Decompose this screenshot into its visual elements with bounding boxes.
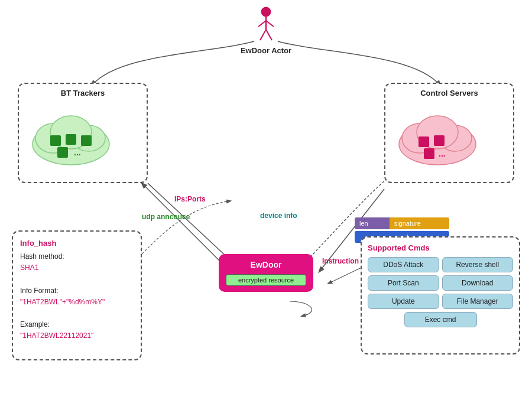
- svg-rect-10: [50, 135, 61, 146]
- cmd-reverse-shell: Reverse shell: [442, 257, 514, 272]
- udp-announce-label: udp anncouce: [142, 213, 190, 221]
- ewdoor-outer: EwDoor encrypted resource: [219, 254, 313, 292]
- svg-rect-13: [57, 147, 68, 158]
- bt-trackers-box: BT Trackers ...: [18, 83, 148, 183]
- ewdoor-box: EwDoor encrypted resource: [219, 254, 313, 292]
- svg-rect-11: [66, 134, 76, 145]
- info-format-value: "1HAT2BWL"+"%d%m%Y": [20, 298, 105, 306]
- cmd-exec-cmd: Exec cmd: [404, 312, 477, 327]
- cmd-file-manager: File Manager: [442, 294, 514, 309]
- cmds-grid: DDoS Attack Reverse shell Port Scan Down…: [368, 257, 513, 327]
- example-value: "1HAT2BWL22112021": [20, 331, 93, 340]
- control-servers-label: Control Servers: [390, 89, 508, 97]
- actor-icon: [236, 6, 296, 45]
- cmd-update: Update: [368, 294, 439, 309]
- actor-label: EwDoor Actor: [236, 46, 296, 55]
- svg-rect-21: [424, 148, 434, 159]
- svg-point-0: [261, 7, 271, 17]
- svg-line-4: [260, 30, 266, 40]
- svg-line-5: [266, 30, 272, 40]
- device-info-label: device info: [260, 212, 297, 220]
- instruction-label: Instruction: [322, 257, 359, 265]
- proto-len: len: [355, 217, 390, 229]
- svg-line-2: [258, 21, 266, 27]
- svg-text:...: ...: [74, 148, 81, 157]
- infohash-title: Info_hash: [20, 239, 134, 248]
- diagram: EwDoor Actor Push info Deliver instructi…: [0, 0, 532, 413]
- supported-cmds-box: Supported Cmds DDoS Attack Reverse shell…: [361, 236, 520, 355]
- control-servers-box: Control Servers ...: [384, 83, 514, 183]
- svg-rect-12: [81, 135, 92, 146]
- cmd-ddos-attack: DDoS Attack: [368, 257, 439, 272]
- infohash-box: Info_hash Hash method: SHA1 Info Format:…: [12, 230, 142, 360]
- bt-trackers-label: BT Trackers: [24, 89, 142, 97]
- example-label: Example:: [20, 320, 50, 329]
- bt-cloud-icon: ...: [24, 100, 118, 171]
- proto-row1: len signature: [355, 217, 449, 229]
- svg-rect-19: [419, 136, 429, 147]
- svg-rect-20: [434, 135, 445, 146]
- info-format-label: Info Format:: [20, 287, 59, 295]
- supported-cmds-title: Supported Cmds: [368, 243, 513, 252]
- hash-method-value: SHA1: [20, 264, 38, 272]
- ewdoor-resource: encrypted resource: [226, 274, 306, 286]
- ips-ports-label: IPs:Ports: [174, 195, 206, 203]
- hash-method-label: Hash method:: [20, 252, 64, 261]
- cmd-port-scan: Port Scan: [368, 275, 439, 291]
- svg-line-3: [266, 21, 274, 27]
- infohash-content: Hash method: SHA1 Info Format: "1HAT2BWL…: [20, 251, 134, 342]
- svg-text:...: ...: [439, 149, 446, 158]
- ewdoor-title: EwDoor: [226, 260, 306, 269]
- cs-cloud-icon: ...: [390, 100, 485, 171]
- actor: EwDoor Actor: [236, 6, 296, 55]
- cmd-download: Download: [442, 275, 514, 291]
- proto-signature: signature: [390, 217, 449, 229]
